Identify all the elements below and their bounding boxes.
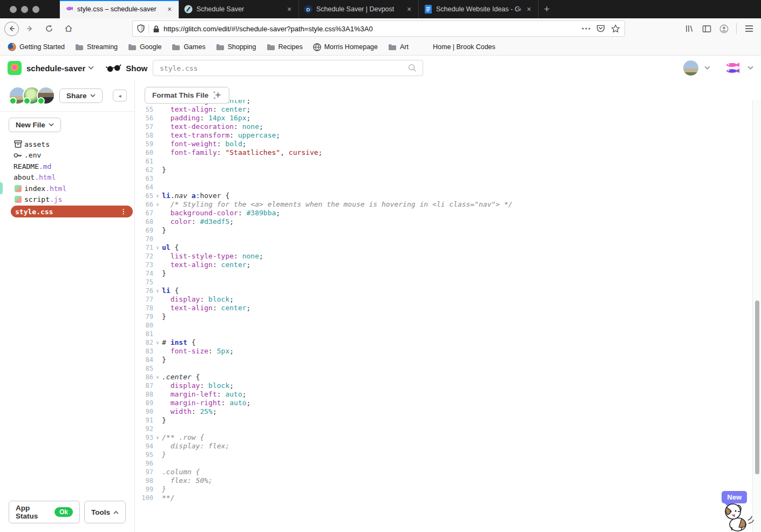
bookmark-art[interactable]: Art bbox=[388, 43, 409, 51]
tools-button[interactable]: Tools bbox=[84, 501, 126, 523]
line-number[interactable]: 82 bbox=[135, 338, 153, 347]
code-line-72[interactable]: 72 list-style-type: none; bbox=[135, 252, 753, 261]
code-line-86[interactable]: 86∨.center { bbox=[135, 373, 753, 381]
line-number[interactable]: 92 bbox=[135, 425, 153, 433]
fold-chevron-icon[interactable]: ∨ bbox=[153, 338, 162, 347]
code-line-97[interactable]: 97.column { bbox=[135, 468, 753, 476]
code-line-77[interactable]: 77 display: block; bbox=[135, 295, 753, 304]
code-line-94[interactable]: 94 display: flex; bbox=[135, 442, 753, 451]
line-number[interactable]: 63 bbox=[135, 174, 153, 183]
bookmark-star-icon[interactable] bbox=[611, 24, 620, 33]
bookmark-morris-homepage[interactable]: Morris Homepage bbox=[313, 43, 378, 51]
fold-chevron-icon[interactable]: ∨ bbox=[153, 373, 162, 381]
line-number[interactable]: 98 bbox=[135, 476, 153, 485]
code-line-87[interactable]: 87 display: block; bbox=[135, 381, 753, 390]
editor-scrollbar[interactable] bbox=[752, 100, 761, 532]
bookmark-games[interactable]: Games bbox=[172, 43, 205, 51]
user-avatar[interactable] bbox=[683, 60, 698, 76]
bookmark-shopping[interactable]: Shopping bbox=[216, 43, 256, 51]
code-line-59[interactable]: 59 font-weight: bold; bbox=[135, 140, 753, 148]
code-line-68[interactable]: 68 color: #d3edf5; bbox=[135, 217, 753, 226]
line-number[interactable]: 64 bbox=[135, 183, 153, 192]
line-number[interactable]: 83 bbox=[135, 347, 153, 356]
browser-tab-4[interactable]: Schedule Website Ideas - Goog× bbox=[419, 0, 539, 18]
code-line-76[interactable]: 76∨li { bbox=[135, 287, 753, 295]
code-line-73[interactable]: 73 text-align: center; bbox=[135, 261, 753, 269]
line-number[interactable]: 90 bbox=[135, 407, 153, 416]
code-line-65[interactable]: 65∨li.nav a:hover { bbox=[135, 192, 753, 200]
code-line-90[interactable]: 90 width: 25%; bbox=[135, 407, 753, 416]
show-button[interactable]: Show bbox=[106, 64, 160, 73]
file-search-input[interactable] bbox=[153, 60, 423, 76]
pocket-icon[interactable] bbox=[596, 24, 605, 33]
line-number[interactable]: 55 bbox=[135, 105, 153, 114]
project-chevron-down-icon[interactable] bbox=[88, 66, 94, 70]
line-number[interactable]: 67 bbox=[135, 209, 153, 217]
code-editor[interactable]: Format This File 54 text-align: center;5… bbox=[135, 80, 761, 532]
code-line-92[interactable]: 92 bbox=[135, 425, 753, 433]
line-number[interactable]: 86 bbox=[135, 373, 153, 381]
file-item-about.html[interactable]: about.html bbox=[0, 172, 134, 183]
code-line-79[interactable]: 79} bbox=[135, 312, 753, 321]
fold-chevron-icon[interactable]: ∨ bbox=[153, 243, 162, 252]
code-line-56[interactable]: 56 padding: 14px 16px; bbox=[135, 114, 753, 122]
code-line-66[interactable]: 66∨ /* Styling for the <a> elements when… bbox=[135, 200, 753, 209]
code-line-57[interactable]: 57 text-decoration: none; bbox=[135, 122, 753, 131]
line-number[interactable]: 85 bbox=[135, 364, 153, 373]
scrollbar-thumb[interactable] bbox=[755, 301, 759, 474]
line-number[interactable]: 100 bbox=[135, 494, 153, 502]
logo-chevron-down-icon[interactable] bbox=[748, 66, 753, 70]
line-number[interactable]: 69 bbox=[135, 226, 153, 235]
line-number[interactable]: 89 bbox=[135, 399, 153, 407]
code-line-69[interactable]: 69} bbox=[135, 226, 753, 235]
line-number[interactable]: 95 bbox=[135, 451, 153, 459]
line-number[interactable]: 61 bbox=[135, 157, 153, 166]
bookmark-streaming[interactable]: Streaming bbox=[75, 43, 118, 51]
browser-tab-1[interactable]: style.css – schedule-saver× bbox=[59, 0, 179, 18]
bookmark-home-brook-codes[interactable]: Home | Brook Codes bbox=[433, 43, 495, 51]
back-button[interactable] bbox=[4, 22, 19, 36]
project-name[interactable]: schedule-saver bbox=[26, 64, 85, 73]
line-number[interactable]: 76 bbox=[135, 287, 153, 295]
window-minimize-button[interactable] bbox=[21, 6, 28, 13]
line-number[interactable]: 60 bbox=[135, 148, 153, 157]
code-line-58[interactable]: 58 text-transform: uppercase; bbox=[135, 131, 753, 140]
line-number[interactable]: 80 bbox=[135, 321, 153, 330]
line-number[interactable]: 79 bbox=[135, 312, 153, 321]
project-avatar[interactable] bbox=[8, 61, 22, 75]
line-number[interactable]: 75 bbox=[135, 278, 153, 287]
code-line-80[interactable]: 80 bbox=[135, 321, 753, 330]
url-text[interactable]: https://glitch.com/edit/#!/schedule-save… bbox=[164, 25, 578, 33]
url-bar[interactable]: https://glitch.com/edit/#!/schedule-save… bbox=[132, 21, 625, 37]
line-number[interactable]: 57 bbox=[135, 122, 153, 131]
line-number[interactable]: 91 bbox=[135, 416, 153, 425]
page-actions-icon[interactable] bbox=[582, 28, 590, 30]
tab-close-icon[interactable]: × bbox=[165, 5, 174, 13]
tab-close-icon[interactable]: × bbox=[285, 5, 294, 13]
code-line-98[interactable]: 98 flex: 50%; bbox=[135, 476, 753, 485]
fold-chevron-icon[interactable]: ∨ bbox=[153, 192, 162, 200]
code-line-99[interactable]: 99} bbox=[135, 485, 753, 494]
code-area[interactable]: 54 text-align: center;55 text-align: cen… bbox=[135, 100, 753, 532]
code-line-78[interactable]: 78 text-align: center; bbox=[135, 304, 753, 312]
browser-tab-2[interactable]: Schedule Saver× bbox=[179, 0, 299, 18]
line-number[interactable]: 74 bbox=[135, 269, 153, 278]
menu-hamburger-icon[interactable] bbox=[742, 21, 757, 36]
line-number[interactable]: 88 bbox=[135, 390, 153, 399]
code-line-83[interactable]: 83 font-size: 5px; bbox=[135, 347, 753, 356]
user-chevron-down-icon[interactable] bbox=[704, 66, 710, 70]
code-line-64[interactable]: 64 bbox=[135, 183, 753, 192]
glitch-fish-logo[interactable] bbox=[722, 61, 742, 75]
code-line-81[interactable]: 81 bbox=[135, 330, 753, 338]
code-line-96[interactable]: 96 bbox=[135, 459, 753, 468]
line-number[interactable]: 81 bbox=[135, 330, 153, 338]
file-item-README.md[interactable]: README.md bbox=[0, 161, 134, 172]
line-number[interactable]: 62 bbox=[135, 166, 153, 174]
forward-button[interactable] bbox=[22, 21, 37, 36]
new-file-button[interactable]: New File bbox=[9, 118, 61, 132]
line-number[interactable]: 93 bbox=[135, 433, 153, 442]
code-line-61[interactable]: 61 bbox=[135, 157, 753, 166]
line-number[interactable]: 66 bbox=[135, 200, 153, 209]
tab-close-icon[interactable]: × bbox=[405, 5, 413, 13]
line-number[interactable]: 87 bbox=[135, 381, 153, 390]
